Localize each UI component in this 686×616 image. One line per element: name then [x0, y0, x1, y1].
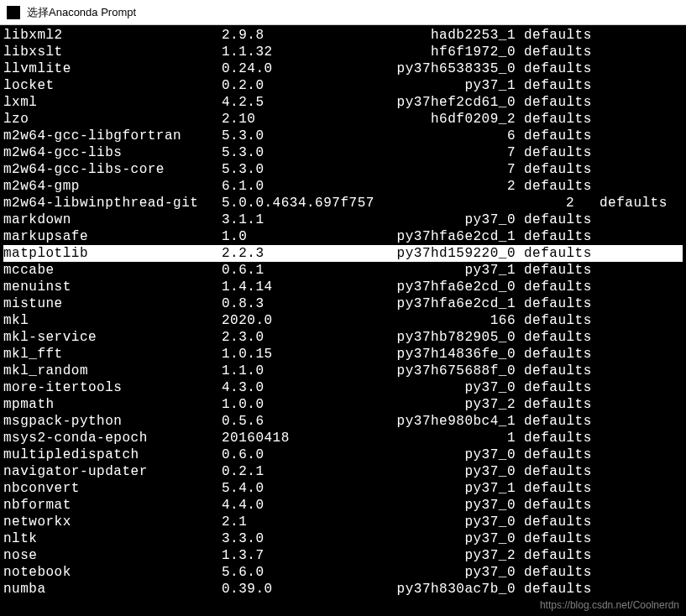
package-name: nose [3, 547, 222, 564]
package-row[interactable]: m2w64-gcc-libs5.3.07defaults [3, 144, 683, 161]
package-build: py37he980bc4_1 [348, 413, 524, 430]
package-row[interactable]: libxml22.9.8hadb2253_1defaults [3, 27, 683, 44]
package-row[interactable]: menuinst1.4.14py37hfa6e2cd_0defaults [3, 279, 683, 295]
package-row[interactable]: multipledispatch0.6.0py37_0defaults [3, 446, 683, 463]
window-titlebar[interactable]: 选择Anaconda Prompt [0, 0, 686, 25]
package-name: mkl_random [3, 363, 222, 379]
package-version: 4.3.0 [222, 379, 348, 396]
package-channel: defaults [524, 60, 683, 77]
package-channel: defaults [524, 111, 683, 128]
package-version: 0.5.6 [222, 413, 348, 430]
package-build: 7 [348, 144, 524, 161]
package-build: py37hfa6e2cd_0 [348, 279, 524, 295]
package-version: 1.4.14 [222, 279, 348, 295]
package-version: 5.0.0.4634.697f757 [222, 195, 532, 211]
package-name: nbconvert [3, 480, 222, 497]
package-row[interactable]: msys2-conda-epoch201604181defaults [3, 430, 683, 446]
package-name: lxml [3, 94, 222, 111]
package-row[interactable]: locket0.2.0py37_1defaults [3, 77, 683, 94]
package-row[interactable]: nbformat4.4.0py37_0defaults [3, 497, 683, 514]
package-name: more-itertools [3, 379, 222, 396]
package-name: m2w64-gcc-libgfortran [3, 128, 222, 144]
package-channel: defaults [524, 480, 683, 497]
package-build: 6 [348, 128, 524, 144]
package-row[interactable]: libxslt1.1.32hf6f1972_0defaults [3, 44, 683, 60]
package-version: 2.1 [222, 514, 348, 530]
package-row[interactable]: markupsafe1.0py37hfa6e2cd_1defaults [3, 228, 683, 245]
package-version: 6.1.0 [222, 178, 348, 195]
package-name: mccabe [3, 262, 222, 279]
package-channel: defaults [524, 497, 683, 514]
watermark: https://blog.csdn.net/Coolnerdn [540, 599, 679, 611]
package-name: numba [3, 581, 222, 598]
package-build: hf6f1972_0 [348, 44, 524, 60]
package-row[interactable]: m2w64-gcc-libs-core5.3.07defaults [3, 161, 683, 178]
package-name: msgpack-python [3, 413, 222, 430]
package-row[interactable]: markdown3.1.1py37_0defaults [3, 211, 683, 228]
package-row[interactable]: numba0.39.0py37h830ac7b_0defaults [3, 581, 683, 598]
package-row[interactable]: nltk3.3.0py37_0defaults [3, 530, 683, 547]
package-name: mkl [3, 312, 222, 329]
package-name: locket [3, 77, 222, 94]
package-version: 1.3.7 [222, 547, 348, 564]
package-row[interactable]: mistune0.8.3py37hfa6e2cd_1defaults [3, 295, 683, 312]
package-channel: defaults [524, 27, 683, 44]
package-row[interactable]: mkl-service2.3.0py37hb782905_0defaults [3, 329, 683, 346]
package-version: 4.2.5 [222, 94, 348, 111]
package-version: 0.8.3 [222, 295, 348, 312]
package-name: mpmath [3, 396, 222, 413]
package-build: py37_0 [348, 379, 524, 396]
package-build: py37_0 [348, 446, 524, 463]
package-channel: defaults [524, 144, 683, 161]
package-build: 7 [348, 161, 524, 178]
package-row[interactable]: nose1.3.7py37_2defaults [3, 547, 683, 564]
package-channel: defaults [574, 195, 668, 211]
package-build: py37_1 [348, 480, 524, 497]
package-row[interactable]: more-itertools4.3.0py37_0defaults [3, 379, 683, 396]
package-row[interactable]: lzo2.10h6df0209_2defaults [3, 111, 683, 128]
package-row[interactable]: llvmlite0.24.0py37h6538335_0defaults [3, 60, 683, 77]
package-version: 1.1.0 [222, 363, 348, 379]
package-build: py37_0 [348, 564, 524, 581]
package-row[interactable]: notebook5.6.0py37_0defaults [3, 564, 683, 581]
package-row[interactable]: matplotlib2.2.3py37hd159220_0defaults [3, 245, 683, 262]
package-row[interactable]: m2w64-gcc-libgfortran5.3.06defaults [3, 128, 683, 144]
package-row[interactable]: m2w64-libwinpthread-git5.0.0.4634.697f75… [3, 195, 683, 211]
package-row[interactable]: lxml4.2.5py37hef2cd61_0defaults [3, 94, 683, 111]
package-version: 0.24.0 [222, 60, 348, 77]
package-row[interactable]: mkl_fft1.0.15py37h14836fe_0defaults [3, 346, 683, 363]
package-channel: defaults [524, 161, 683, 178]
package-channel: defaults [524, 128, 683, 144]
package-channel: defaults [524, 413, 683, 430]
package-channel: defaults [524, 514, 683, 530]
package-version: 1.0.0 [222, 396, 348, 413]
package-row[interactable]: networkx2.1py37_0defaults [3, 514, 683, 530]
package-row[interactable]: nbconvert5.4.0py37_1defaults [3, 480, 683, 497]
package-name: multipledispatch [3, 446, 222, 463]
package-row[interactable]: mkl_random1.1.0py37h675688f_0defaults [3, 363, 683, 379]
package-row[interactable]: msgpack-python0.5.6py37he980bc4_1default… [3, 413, 683, 430]
package-row[interactable]: navigator-updater0.2.1py37_0defaults [3, 463, 683, 480]
terminal-output[interactable]: libxml22.9.8hadb2253_1defaultslibxslt1.1… [0, 25, 686, 599]
package-version: 2.10 [222, 111, 348, 128]
package-channel: defaults [524, 312, 683, 329]
package-channel: defaults [524, 346, 683, 363]
package-row[interactable]: mkl2020.0166defaults [3, 312, 683, 329]
package-channel: defaults [524, 295, 683, 312]
package-channel: defaults [524, 44, 683, 60]
package-channel: defaults [524, 211, 683, 228]
package-build: hadb2253_1 [348, 27, 524, 44]
package-build: py37hfa6e2cd_1 [348, 295, 524, 312]
package-build: py37hfa6e2cd_1 [348, 228, 524, 245]
terminal-icon [7, 6, 20, 19]
package-build: py37hb782905_0 [348, 329, 524, 346]
package-row[interactable]: m2w64-gmp6.1.02defaults [3, 178, 683, 195]
package-name: m2w64-gmp [3, 178, 222, 195]
package-name: mkl-service [3, 329, 222, 346]
package-build: py37_2 [348, 396, 524, 413]
package-name: networkx [3, 514, 222, 530]
package-row[interactable]: mccabe0.6.1py37_1defaults [3, 262, 683, 279]
package-name: llvmlite [3, 60, 222, 77]
package-build: 2 [348, 178, 524, 195]
package-row[interactable]: mpmath1.0.0py37_2defaults [3, 396, 683, 413]
